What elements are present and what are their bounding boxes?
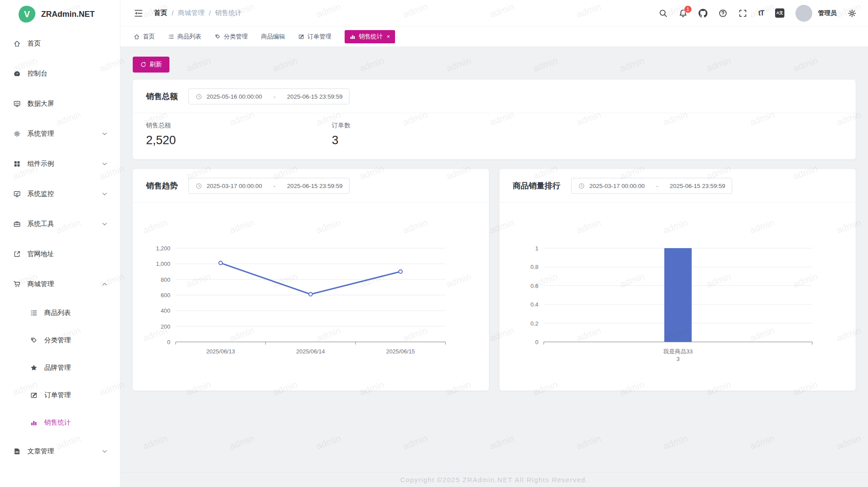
tab-home[interactable]: 首页 xyxy=(134,33,155,41)
date-range-end: 2025-06-15 23:59:59 xyxy=(670,183,725,189)
edit-icon xyxy=(30,391,38,399)
svg-text:1,000: 1,000 xyxy=(156,261,170,267)
svg-text:1: 1 xyxy=(535,245,538,252)
breadcrumb-separator: / xyxy=(172,9,173,17)
summary-date-range-picker[interactable]: 2025-05-16 00:00:00 - 2025-06-15 23:59:5… xyxy=(188,88,350,104)
github-icon xyxy=(699,9,707,18)
sidebar-item-mall-mgmt[interactable]: 商城管理 xyxy=(0,269,120,299)
search-icon xyxy=(659,9,668,18)
sidebar-item-label: 首页 xyxy=(27,39,41,48)
sidebar-item-components[interactable]: 组件示例 xyxy=(0,149,120,179)
sales-trend-card: 销售趋势 2025-03-17 00:00:00 - 2025-06-15 23… xyxy=(133,169,489,391)
collapse-sidebar-icon[interactable] xyxy=(134,8,143,18)
edit-icon xyxy=(298,34,304,40)
rank-date-range-picker[interactable]: 2025-03-17 00:00:00 - 2025-06-15 23:59:5… xyxy=(571,178,732,194)
sidebar-item-product-list[interactable]: 商品列表 xyxy=(0,299,120,326)
svg-text:400: 400 xyxy=(161,307,170,314)
external-link-icon xyxy=(13,250,21,258)
cart-icon xyxy=(13,280,21,288)
refresh-icon xyxy=(140,61,146,68)
settings-button[interactable] xyxy=(848,9,856,18)
chevron-down-icon xyxy=(101,160,108,168)
sidebar-item-console[interactable]: 控制台 xyxy=(0,58,120,88)
bar-chart-icon xyxy=(30,419,38,426)
sidebar-item-label: 系统监控 xyxy=(27,190,54,198)
sidebar-item-sales-stats[interactable]: 销售统计 xyxy=(0,409,120,436)
rank-card-header: 商品销量排行 2025-03-17 00:00:00 - 2025-06-15 … xyxy=(499,169,856,202)
sidebar-item-article-mgmt[interactable]: 文章管理 xyxy=(0,436,120,466)
refresh-button[interactable]: 刷新 xyxy=(133,57,169,73)
stat-label: 销售总额 xyxy=(146,122,332,130)
tab-label: 首页 xyxy=(143,33,155,41)
tab-product-list[interactable]: 商品列表 xyxy=(168,33,201,41)
language-icon: A文 xyxy=(775,8,784,18)
sidebar-item-label: 系统工具 xyxy=(27,220,54,228)
big-screen-icon xyxy=(13,100,21,107)
tab-order-mgmt[interactable]: 订单管理 xyxy=(298,33,331,41)
brand-title: ZRAdmin.NET xyxy=(41,10,95,19)
sidebar-item-datascreen[interactable]: 数据大屏 xyxy=(0,88,120,119)
tab-sales-stats[interactable]: 销售统计 × xyxy=(345,30,395,43)
topbar-actions: 1 tT A文 管理员 xyxy=(659,5,856,22)
sidebar-item-tools[interactable]: 系统工具 xyxy=(0,209,120,239)
sidebar-item-monitoring[interactable]: 系统监控 xyxy=(0,179,120,209)
brand-area[interactable]: V ZRAdmin.NET xyxy=(0,0,120,28)
copyright-text: Copyright ©2025 ZRAdmin.NET All Rights R… xyxy=(400,476,588,483)
tab-product-edit[interactable]: 商品编辑 xyxy=(261,33,285,41)
trend-date-range-picker[interactable]: 2025-03-17 00:00:00 - 2025-06-15 23:59:5… xyxy=(188,178,350,194)
sidebar-menu: 首页 控制台 数据大屏 系统管理 组件示例 系统监控 xyxy=(0,28,120,466)
sidebar-item-label: 文章管理 xyxy=(27,447,54,456)
chevron-down-icon xyxy=(101,448,108,455)
sidebar-item-label: 分类管理 xyxy=(44,336,71,345)
sidebar-item-system-mgmt[interactable]: 系统管理 xyxy=(0,119,120,149)
font-size-button[interactable]: tT xyxy=(758,9,764,17)
search-button[interactable] xyxy=(659,9,668,18)
dashboard-icon xyxy=(13,70,21,77)
svg-text:我是商品33: 我是商品33 xyxy=(663,348,692,355)
tab-category-mgmt[interactable]: 分类管理 xyxy=(215,33,248,41)
summary-card-title: 销售总额 xyxy=(146,91,178,102)
date-range-separator: - xyxy=(656,183,658,189)
breadcrumb-home[interactable]: 首页 xyxy=(154,9,167,17)
gear-icon xyxy=(13,130,21,138)
tab-label: 订单管理 xyxy=(307,33,331,41)
refresh-button-label: 刷新 xyxy=(150,61,162,69)
chevron-up-icon xyxy=(101,280,108,288)
page-content: 刷新 销售总额 2025-05-16 00:00:00 - 2025-06-15… xyxy=(120,47,868,472)
notifications-button[interactable]: 1 xyxy=(679,9,687,18)
breadcrumb-mall[interactable]: 商城管理 xyxy=(178,9,204,17)
sidebar-item-label: 组件示例 xyxy=(27,160,54,168)
svg-text:600: 600 xyxy=(161,292,170,299)
sidebar-item-website[interactable]: 官网地址 xyxy=(0,239,120,269)
username: 管理员 xyxy=(818,9,837,17)
sales-trend-line-chart: 02004006008001,0001,2002025/06/132025/06… xyxy=(133,203,482,389)
svg-text:0: 0 xyxy=(535,339,538,345)
user-menu[interactable] xyxy=(795,5,812,22)
tab-label: 商品编辑 xyxy=(261,33,285,41)
date-range-end: 2025-06-15 23:59:59 xyxy=(287,93,342,100)
document-icon xyxy=(13,448,21,455)
fullscreen-button[interactable] xyxy=(738,9,747,18)
language-button[interactable]: A文 xyxy=(775,8,784,18)
fullscreen-icon xyxy=(738,9,747,18)
svg-text:0.6: 0.6 xyxy=(530,283,538,289)
sidebar-item-brand-mgmt[interactable]: 品牌管理 xyxy=(0,354,120,381)
sidebar-item-label: 品牌管理 xyxy=(44,364,71,372)
sidebar-item-label: 官网地址 xyxy=(27,250,54,258)
svg-text:0.2: 0.2 xyxy=(530,320,538,327)
question-icon xyxy=(718,9,727,18)
sidebar-item-home[interactable]: 首页 xyxy=(0,28,120,58)
stat-total-sales: 销售总额 2,520 xyxy=(146,122,332,147)
tab-label: 销售统计 xyxy=(359,33,383,41)
help-button[interactable] xyxy=(718,9,727,18)
sidebar-item-category-mgmt[interactable]: 分类管理 xyxy=(0,326,120,354)
product-rank-bar-chart: 00.20.40.60.81我是商品333 xyxy=(499,203,849,389)
chevron-down-icon xyxy=(101,190,108,198)
sidebar-item-order-mgmt[interactable]: 订单管理 xyxy=(0,381,120,409)
github-button[interactable] xyxy=(699,9,707,18)
home-icon xyxy=(134,34,140,40)
stat-value: 2,520 xyxy=(146,134,332,147)
sidebar: V ZRAdmin.NET 首页 控制台 数据大屏 系统管理 xyxy=(0,0,120,487)
breadcrumb-separator: / xyxy=(209,9,211,17)
close-tab-icon[interactable]: × xyxy=(387,33,390,40)
